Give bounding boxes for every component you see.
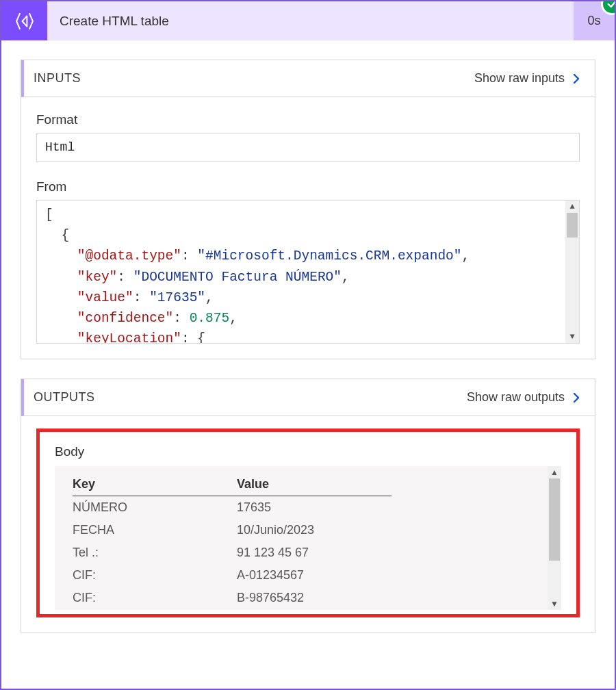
- table-cell-key: Tel .:: [73, 541, 237, 564]
- table-cell-value: 10/Junio/2023: [237, 519, 392, 541]
- from-label: From: [36, 179, 580, 194]
- table-row: Tel .:91 123 45 67: [73, 541, 392, 564]
- show-raw-inputs-text: Show raw inputs: [474, 71, 565, 86]
- table-cell-value: 91 123 45 67: [237, 541, 392, 564]
- json-line: "key": "DOCUMENTO Factura NÚMERO",: [45, 267, 564, 288]
- action-title-text: Create HTML table: [60, 14, 169, 29]
- scroll-down-arrow-icon[interactable]: ▼: [565, 331, 579, 343]
- table-cell-value: A-01234567: [237, 564, 392, 587]
- body-label: Body: [55, 444, 561, 459]
- chevron-right-icon: [570, 392, 582, 404]
- table-cell-value: 17635: [237, 496, 392, 520]
- table-cell-key: FECHA: [73, 519, 237, 541]
- scroll-up-arrow-icon[interactable]: ▲: [565, 201, 579, 213]
- show-raw-inputs-link[interactable]: Show raw inputs: [474, 71, 582, 86]
- show-raw-outputs-link[interactable]: Show raw outputs: [467, 390, 582, 405]
- table-row: CIF:B-98765432: [73, 587, 392, 609]
- scroll-thumb[interactable]: [549, 478, 560, 561]
- table-cell-value: B-98765432: [237, 587, 392, 609]
- json-scrollbar[interactable]: ▲ ▼: [565, 201, 579, 343]
- format-value-box: Html: [36, 133, 580, 162]
- json-line: "confidence": 0.875,: [45, 308, 564, 329]
- highlighted-output-region: Body Key Value NÚMERO17635FECHA10/Junio/…: [36, 429, 580, 617]
- table-row: CIF:A-01234567: [73, 564, 392, 587]
- table-row: FECHA10/Junio/2023: [73, 519, 392, 541]
- from-json-box: [ { "@odata.type": "#Microsoft.Dynamics.…: [36, 200, 580, 344]
- scroll-down-arrow-icon[interactable]: ▼: [548, 598, 561, 610]
- chevron-right-icon: [570, 73, 582, 85]
- data-operation-icon: [1, 1, 47, 40]
- scroll-thumb[interactable]: [567, 213, 578, 238]
- inputs-panel: INPUTS Show raw inputs Format Html From …: [21, 60, 595, 359]
- scroll-up-arrow-icon[interactable]: ▲: [548, 466, 561, 478]
- table-cell-key: CIF:: [73, 587, 237, 609]
- json-line: "@odata.type": "#Microsoft.Dynamics.CRM.…: [45, 246, 564, 266]
- output-body-wrap: Key Value NÚMERO17635FECHA10/Junio/2023T…: [55, 466, 561, 610]
- show-raw-outputs-text: Show raw outputs: [467, 390, 565, 405]
- action-title: Create HTML table: [47, 1, 574, 40]
- output-scrollbar[interactable]: ▲ ▼: [548, 466, 561, 610]
- format-label: Format: [36, 112, 580, 127]
- inputs-panel-header: INPUTS Show raw inputs: [21, 60, 595, 97]
- table-row: NÚMERO17635: [73, 496, 392, 520]
- table-cell-key: CIF:: [73, 564, 237, 587]
- json-line: "keyLocation": {: [45, 329, 564, 344]
- json-line: {: [45, 225, 564, 246]
- outputs-panel: OUTPUTS Show raw outputs Body Key Value: [21, 379, 595, 633]
- outputs-panel-header: OUTPUTS Show raw outputs: [21, 379, 595, 416]
- json-line: "value": "17635",: [45, 288, 564, 308]
- action-card-header: Create HTML table 0s: [1, 1, 615, 40]
- table-cell-key: NÚMERO: [73, 496, 237, 520]
- table-header-value: Value: [237, 477, 392, 496]
- json-line: [: [45, 205, 564, 225]
- outputs-panel-title: OUTPUTS: [34, 390, 95, 405]
- table-header-key: Key: [73, 477, 237, 496]
- action-duration-text: 0s: [587, 14, 600, 28]
- inputs-panel-title: INPUTS: [34, 71, 81, 86]
- output-html-table: Key Value NÚMERO17635FECHA10/Junio/2023T…: [73, 477, 392, 609]
- format-value: Html: [45, 140, 75, 154]
